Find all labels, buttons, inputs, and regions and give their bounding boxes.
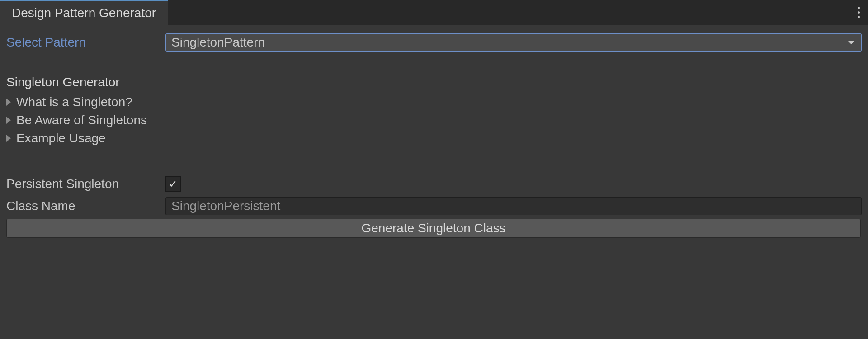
inspector-content: Select Pattern SingletonPattern Singleto… — [0, 25, 868, 244]
class-name-input[interactable]: SingletonPersistent — [165, 197, 862, 215]
persistent-singleton-row: Persistent Singleton ✓ — [6, 176, 862, 192]
context-menu-button[interactable] — [849, 0, 868, 25]
tab-title: Design Pattern Generator — [12, 6, 156, 20]
pattern-select-dropdown[interactable]: SingletonPattern — [165, 33, 862, 52]
editor-window: Design Pattern Generator Select Pattern … — [0, 0, 868, 339]
pattern-select-label: Select Pattern — [6, 35, 165, 50]
persistent-singleton-checkbox[interactable]: ✓ — [165, 176, 181, 192]
pattern-select-row: Select Pattern SingletonPattern — [6, 33, 862, 52]
section-title: Singleton Generator — [6, 75, 862, 89]
foldout-what-is-singleton[interactable]: What is a Singleton? — [6, 93, 862, 111]
chevron-down-icon — [848, 41, 855, 44]
foldout-arrow-icon — [6, 135, 11, 142]
tab-design-pattern-generator[interactable]: Design Pattern Generator — [0, 0, 168, 25]
class-name-value: SingletonPersistent — [171, 199, 280, 213]
pattern-select-value: SingletonPattern — [171, 35, 265, 50]
tab-bar: Design Pattern Generator — [0, 0, 868, 25]
foldout-label: What is a Singleton? — [16, 95, 132, 109]
foldout-label: Example Usage — [16, 131, 106, 146]
foldout-label: Be Aware of Singletons — [16, 113, 147, 127]
foldout-example-usage[interactable]: Example Usage — [6, 129, 862, 147]
kebab-icon — [858, 6, 860, 19]
persistent-singleton-label: Persistent Singleton — [6, 177, 165, 191]
foldout-arrow-icon — [6, 117, 11, 124]
class-name-row: Class Name SingletonPersistent — [6, 197, 862, 215]
generate-button[interactable]: Generate Singleton Class — [6, 219, 861, 238]
foldout-arrow-icon — [6, 99, 11, 106]
foldout-be-aware[interactable]: Be Aware of Singletons — [6, 111, 862, 129]
checkmark-icon: ✓ — [169, 179, 178, 189]
generate-button-label: Generate Singleton Class — [361, 221, 505, 235]
class-name-label: Class Name — [6, 199, 165, 213]
